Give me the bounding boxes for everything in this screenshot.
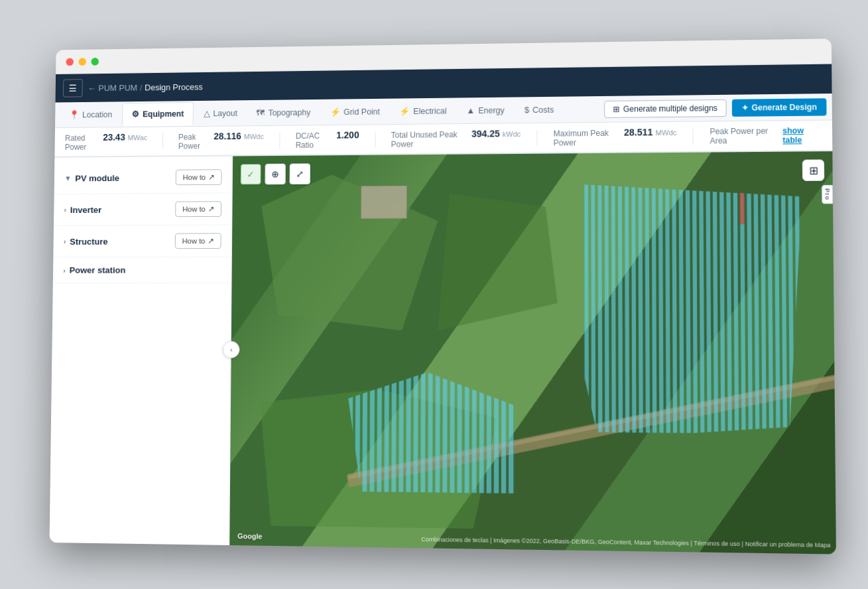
- structure-howto-label: How to: [182, 237, 205, 245]
- tab-layout-label: Layout: [213, 109, 237, 118]
- map-expand-button[interactable]: ⤢: [289, 163, 310, 184]
- structure-howto-button[interactable]: How to ↗: [174, 233, 221, 249]
- tab-electrical-label: Electrical: [413, 106, 446, 115]
- svg-rect-2: [591, 184, 595, 432]
- sidebar-section-structure: › Structure How to ↗: [53, 226, 231, 258]
- layout-icon: △: [204, 108, 210, 118]
- svg-rect-14: [672, 184, 677, 433]
- power-station-chevron: ›: [63, 267, 66, 275]
- structure-header[interactable]: › Structure How to ↗: [53, 226, 231, 257]
- inverter-howto-label: How to: [182, 205, 206, 213]
- google-watermark: Google: [237, 532, 262, 541]
- peak-area-link[interactable]: show table: [782, 126, 821, 145]
- inverter-external-link-icon: ↗: [208, 204, 214, 214]
- inverter-label: Inverter: [70, 205, 101, 215]
- tab-actions: ⊞ Generate multiple designs ✦ Generate D…: [604, 98, 826, 118]
- svg-rect-36: [355, 372, 360, 492]
- breadcrumb: ← PUM PUM / Design Process: [88, 82, 203, 93]
- svg-rect-28: [767, 184, 773, 434]
- pv-module-howto-button[interactable]: How to ↗: [175, 169, 221, 185]
- svg-rect-38: [369, 372, 375, 492]
- power-station-header[interactable]: › Power station: [52, 257, 231, 283]
- generate-multiple-label: Generate multiple designs: [623, 103, 717, 114]
- stat-divider-3: [375, 131, 375, 147]
- svg-rect-45: [420, 372, 426, 492]
- stat-divider-1: [162, 133, 162, 149]
- total-unused-value: 394.25: [471, 128, 499, 139]
- stat-dc-ac: DC/AC Ratio 1.200: [295, 129, 359, 149]
- tab-gridpoint[interactable]: ⚡ Grid Point: [320, 99, 389, 124]
- generate-design-button[interactable]: ✦ Generate Design: [731, 98, 826, 117]
- svg-rect-53: [479, 373, 483, 493]
- power-station-label: Power station: [69, 265, 125, 275]
- breadcrumb-sep: /: [139, 82, 142, 92]
- svg-rect-51: [464, 373, 469, 493]
- tab-costs[interactable]: $ Costs: [515, 98, 563, 122]
- browser-dot-close[interactable]: [66, 58, 74, 66]
- map-report[interactable]: Notificar un problema de Mapa: [745, 541, 830, 549]
- location-icon: 📍: [69, 110, 79, 120]
- map-terms[interactable]: Términos de uso: [694, 540, 740, 547]
- browser-dot-maximize[interactable]: [91, 57, 99, 65]
- svg-rect-29: [774, 184, 780, 434]
- menu-button[interactable]: ☰: [63, 79, 83, 97]
- back-icon[interactable]: ←: [88, 83, 96, 93]
- svg-rect-43: [406, 372, 411, 492]
- svg-rect-48: [442, 372, 447, 493]
- solar-panels-lower-svg: [347, 372, 534, 494]
- svg-rect-1: [584, 185, 589, 432]
- tab-location-label: Location: [82, 110, 112, 119]
- browser-dot-minimize[interactable]: [78, 58, 86, 66]
- pro-badge: Pro: [822, 185, 833, 204]
- svg-rect-20: [712, 184, 717, 433]
- sidebar-section-inverter: › Inverter How to ↗: [53, 193, 231, 226]
- stat-peak-power: Peak Power 28.116 MWdc: [178, 131, 263, 151]
- rated-power-label: Rated Power: [64, 133, 100, 152]
- map-check-button[interactable]: ✓: [240, 164, 261, 185]
- svg-rect-32: [794, 183, 800, 434]
- electrical-icon: ⚡: [399, 106, 410, 116]
- map-area[interactable]: ✓ ⊕ ⤢ ⊞ Pro Google Combinaciones de tecl…: [229, 151, 836, 555]
- solar-array-main: [544, 183, 804, 482]
- peak-power-value: 28.116: [214, 131, 241, 141]
- breadcrumb-project[interactable]: PUM PUM: [98, 82, 137, 92]
- svg-rect-23: [733, 184, 739, 434]
- generate-multiple-button[interactable]: ⊞ Generate multiple designs: [604, 99, 726, 117]
- pv-module-howto-label: How to: [182, 173, 206, 181]
- tab-equipment-label: Equipment: [143, 109, 184, 118]
- map-shortcuts[interactable]: Combinaciones de teclas: [421, 536, 488, 544]
- svg-rect-57: [509, 373, 513, 493]
- svg-rect-11: [651, 184, 656, 433]
- map-crosshair-button[interactable]: ⊕: [265, 164, 285, 185]
- energy-icon: ▲: [466, 105, 475, 115]
- tab-equipment[interactable]: ⚙ Equipment: [122, 102, 194, 126]
- svg-rect-5: [611, 184, 615, 432]
- tab-gridpoint-label: Grid Point: [343, 107, 380, 116]
- stat-total-unused: Total Unused Peak Power 394.25 kWdc: [391, 128, 521, 149]
- map-layers-button[interactable]: ⊞: [802, 159, 824, 181]
- sidebar-collapse-button[interactable]: ‹: [222, 341, 239, 358]
- inverter-header[interactable]: › Inverter How to ↗: [54, 193, 232, 225]
- pv-module-title: ▼ PV module: [64, 173, 119, 183]
- max-peak-value: 28.511: [623, 127, 652, 137]
- equipment-icon: ⚙: [131, 109, 139, 119]
- pv-module-chevron: ▼: [64, 174, 72, 182]
- tab-location[interactable]: 📍 Location: [60, 103, 121, 127]
- tab-energy[interactable]: ▲ Energy: [457, 98, 513, 123]
- tab-energy-label: Energy: [478, 105, 505, 115]
- costs-icon: $: [524, 105, 528, 115]
- tab-electrical[interactable]: ⚡ Electrical: [390, 99, 456, 123]
- svg-rect-50: [457, 372, 462, 493]
- solar-array-lower: [347, 372, 534, 494]
- stat-divider-2: [279, 133, 280, 149]
- pv-module-header[interactable]: ▼ PV module How to ↗: [54, 161, 231, 194]
- sidebar-wrapper: ▼ PV module How to ↗: [49, 156, 233, 545]
- svg-rect-26: [753, 184, 759, 434]
- dc-ac-label: DC/AC Ratio: [295, 131, 334, 150]
- tab-layout[interactable]: △ Layout: [194, 101, 246, 125]
- inverter-howto-button[interactable]: How to ↗: [175, 201, 221, 217]
- tab-topography[interactable]: 🗺 Topography: [247, 100, 320, 124]
- svg-rect-55: [493, 373, 498, 493]
- svg-rect-4: [604, 184, 609, 432]
- dc-ac-value: 1.200: [336, 129, 359, 140]
